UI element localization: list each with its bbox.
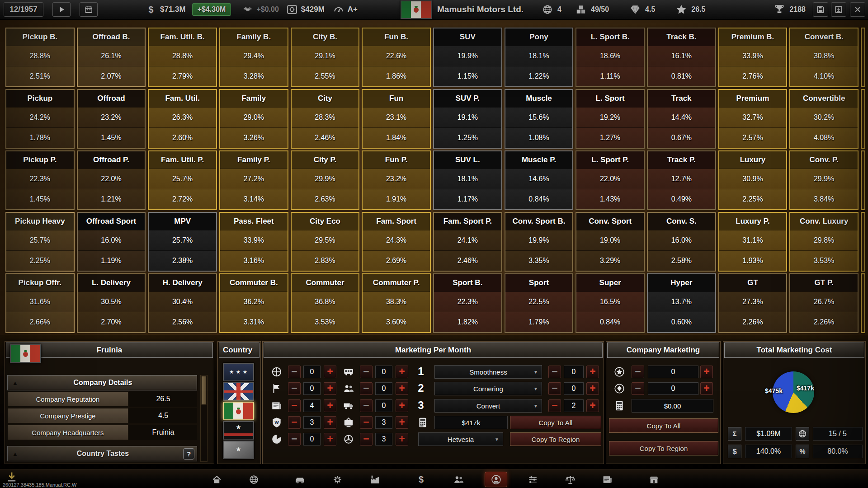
media-plus-button[interactable]: +: [324, 399, 336, 412]
cutoff-segment-cell[interactable]: [861, 212, 865, 272]
market-segment-cell[interactable]: GT P.26.7%2.26%: [789, 273, 859, 333]
market-segment-cell[interactable]: Commuter B.36.2%3.31%: [219, 273, 288, 333]
cutoff-segment-cell[interactable]: [861, 150, 865, 210]
focus-minus-button[interactable]: −: [548, 382, 561, 395]
market-segment-cell[interactable]: SUV19.9%1.15%: [433, 28, 502, 87]
flag-fruinia[interactable]: [223, 402, 254, 420]
outlet-minus-button[interactable]: −: [360, 366, 373, 378]
media-plus-button[interactable]: +: [324, 382, 336, 395]
market-segment-cell[interactable]: L. Sport B.18.6%1.11%: [576, 28, 645, 87]
outlet-minus-button[interactable]: −: [360, 433, 373, 446]
market-segment-cell[interactable]: Conv. Sport19.0%3.29%: [576, 212, 645, 272]
market-segment-cell[interactable]: Luxury P.31.1%1.93%: [718, 212, 788, 272]
market-segment-cell[interactable]: Track14.4%0.67%: [647, 89, 716, 149]
company-plus-button[interactable]: +: [700, 382, 713, 395]
market-segment-cell[interactable]: Track P.12.7%0.49%: [647, 150, 716, 210]
market-segment-cell[interactable]: Pickup B.28.8%2.51%: [5, 28, 75, 87]
scrollbar-thumb[interactable]: [201, 376, 207, 405]
media-minus-button[interactable]: −: [288, 433, 301, 446]
market-segment-cell[interactable]: Commuter P.38.3%3.60%: [362, 273, 431, 333]
focus-plus-button[interactable]: +: [586, 382, 599, 395]
outlet-plus-button[interactable]: +: [396, 416, 408, 429]
focus-dropdown[interactable]: Convert▼: [434, 399, 542, 413]
market-segment-cell[interactable]: Fam. Util. P.25.7%2.72%: [148, 150, 217, 210]
market-segment-cell[interactable]: City B.29.1%2.55%: [291, 28, 360, 87]
market-segment-cell[interactable]: Family P.27.2%3.14%: [219, 150, 288, 210]
market-segment-cell[interactable]: Conv. P.29.9%3.84%: [789, 150, 859, 210]
focus-dropdown[interactable]: Smoothness▼: [434, 365, 542, 379]
market-segment-cell[interactable]: Offroad Sport16.0%1.19%: [77, 212, 146, 272]
company-details-section[interactable]: ▲ Company Details: [7, 375, 197, 390]
marketing-tool-button[interactable]: [485, 472, 507, 487]
close-button[interactable]: [850, 2, 865, 17]
market-segment-cell[interactable]: Pass. Fleet33.9%3.16%: [219, 212, 288, 272]
media-minus-button[interactable]: −: [288, 399, 301, 412]
market-segment-cell[interactable]: Family29.0%3.26%: [219, 89, 288, 149]
copy-to-all-button[interactable]: Copy To All: [510, 416, 601, 429]
outlet-minus-button[interactable]: −: [360, 382, 373, 395]
outlet-plus-button[interactable]: +: [396, 433, 408, 446]
media-plus-button[interactable]: +: [324, 366, 336, 378]
company-minus-button[interactable]: −: [632, 366, 644, 378]
market-segment-cell[interactable]: Conv. Luxury29.8%3.53%: [789, 212, 859, 272]
market-segment-cell[interactable]: SUV L.18.1%1.17%: [433, 150, 502, 210]
focus-minus-button[interactable]: −: [548, 366, 561, 378]
calendar-button[interactable]: [80, 2, 98, 17]
focus-dropdown[interactable]: Cornering▼: [434, 382, 542, 395]
download-button[interactable]: [5, 471, 18, 483]
cutoff-segment-cell[interactable]: [861, 28, 865, 87]
outlet-minus-button[interactable]: −: [360, 416, 373, 429]
market-segment-cell[interactable]: Offroad B.26.1%2.07%: [77, 28, 146, 87]
market-segment-cell[interactable]: Conv. S.16.0%2.58%: [647, 212, 716, 272]
market-segment-cell[interactable]: Premium B.33.9%2.76%: [718, 28, 788, 87]
flag-three-stars[interactable]: [223, 363, 254, 381]
market-segment-cell[interactable]: Convert B.30.8%4.10%: [789, 28, 859, 87]
market-segment-cell[interactable]: MPV25.7%2.38%: [148, 212, 217, 272]
copy-to-region-button[interactable]: Copy To Region: [510, 432, 601, 446]
market-segment-cell[interactable]: Fam. Util.26.3%2.60%: [148, 89, 217, 149]
market-segment-cell[interactable]: Fun23.1%1.84%: [362, 89, 431, 149]
market-segment-cell[interactable]: L. Delivery30.5%2.70%: [77, 273, 146, 333]
flag-black-star[interactable]: [223, 421, 254, 440]
media-plus-button[interactable]: +: [324, 433, 336, 446]
market-segment-cell[interactable]: SUV P.19.1%1.25%: [433, 89, 502, 149]
region-dropdown[interactable]: Hetvesia▼: [418, 432, 503, 446]
market-segment-cell[interactable]: GT27.3%2.26%: [718, 273, 788, 333]
market-segment-cell[interactable]: Pickup Heavy25.7%2.25%: [5, 212, 75, 272]
market-segment-cell[interactable]: H. Delivery30.4%2.56%: [148, 273, 217, 333]
market-segment-cell[interactable]: City Eco29.5%2.83%: [291, 212, 360, 272]
company-minus-button[interactable]: −: [632, 382, 644, 395]
gear-tool-button[interactable]: [326, 472, 349, 487]
market-segment-cell[interactable]: Offroad23.2%1.45%: [77, 89, 146, 149]
outlet-plus-button[interactable]: +: [396, 382, 408, 395]
market-segment-cell[interactable]: Premium32.7%2.57%: [718, 89, 788, 149]
news-tool-button[interactable]: [596, 472, 618, 487]
car-tool-button[interactable]: [288, 472, 311, 487]
save-button[interactable]: [813, 2, 828, 17]
market-segment-cell[interactable]: Family B.29.4%3.28%: [219, 28, 288, 87]
media-minus-button[interactable]: −: [288, 416, 301, 429]
market-segment-cell[interactable]: Sport22.5%1.79%: [505, 273, 574, 333]
country-tastes-section[interactable]: ▲ Country Tastes ?: [7, 446, 197, 461]
company-plus-button[interactable]: +: [700, 366, 713, 378]
play-button[interactable]: [52, 2, 71, 17]
market-segment-cell[interactable]: Offroad P.22.0%1.21%: [77, 150, 146, 210]
cutoff-segment-cell[interactable]: [861, 273, 865, 333]
cutoff-segment-cell[interactable]: [861, 89, 865, 149]
people-tool-button[interactable]: [447, 472, 470, 487]
market-segment-cell[interactable]: Pony18.1%1.22%: [505, 28, 574, 87]
outlet-plus-button[interactable]: +: [396, 366, 408, 378]
media-plus-button[interactable]: +: [324, 416, 336, 429]
market-segment-cell[interactable]: Sport B.22.3%1.82%: [433, 273, 502, 333]
market-segment-cell[interactable]: Luxury30.9%2.25%: [718, 150, 788, 210]
media-minus-button[interactable]: −: [288, 382, 301, 395]
market-segment-cell[interactable]: Pickup24.2%1.78%: [5, 89, 75, 149]
market-segment-cell[interactable]: Fun B.22.6%1.86%: [362, 28, 431, 87]
focus-plus-button[interactable]: +: [586, 399, 599, 412]
market-segment-cell[interactable]: L. Sport P.22.0%1.43%: [576, 150, 645, 210]
help-button[interactable]: ?: [183, 448, 194, 460]
sliders-tool-button[interactable]: [521, 472, 544, 487]
market-segment-cell[interactable]: Fam. Sport24.3%2.69%: [362, 212, 431, 272]
market-segment-cell[interactable]: Muscle15.6%1.08%: [505, 89, 574, 149]
market-segment-cell[interactable]: L. Sport19.2%1.27%: [576, 89, 645, 149]
